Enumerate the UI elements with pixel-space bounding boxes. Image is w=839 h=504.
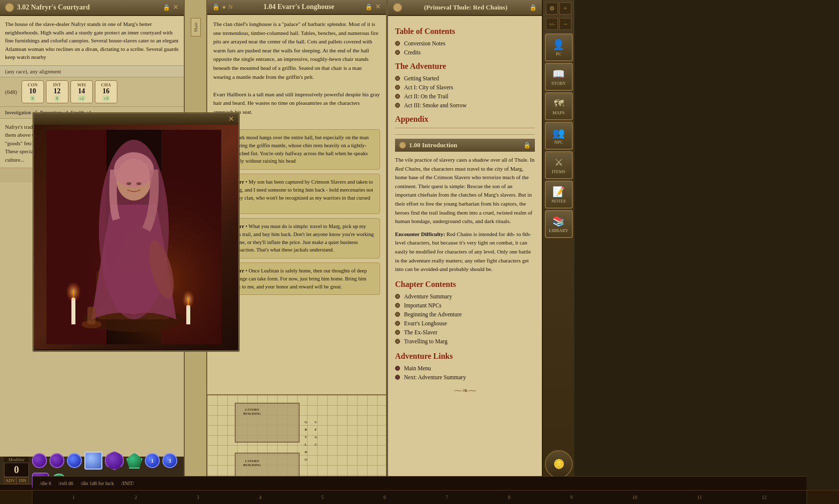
map-label-b: B xyxy=(305,428,307,432)
toc-item-act2[interactable]: Act II: On the Trail xyxy=(395,92,535,101)
toc-item-act1[interactable]: Act I: City of Slavers xyxy=(395,83,535,92)
pc-icon: 👤 xyxy=(552,38,565,50)
lock-icon-2[interactable]: 🔒 xyxy=(365,3,373,11)
chapter-item-summary[interactable]: Adventure Summary xyxy=(395,292,535,301)
right-panel-lock[interactable]: 🔒 xyxy=(529,4,537,11)
die-purple-3[interactable] xyxy=(105,451,124,470)
die-num-3[interactable]: 3 xyxy=(162,453,177,468)
toc-label-act3: Act III: Smoke and Sorrow xyxy=(404,102,466,108)
ruler-5: 5 xyxy=(321,495,324,500)
intro-section: 1.00 Introduction 🔒 The vile practice of… xyxy=(395,134,535,274)
adventure-close-button[interactable]: ✕ xyxy=(375,3,381,10)
ruler-7: 7 xyxy=(445,495,448,500)
intro-lock[interactable]: 🔒 xyxy=(523,142,531,149)
nav-icon[interactable]: N xyxy=(228,3,233,11)
cmd-die6[interactable]: /die 6 xyxy=(40,481,51,486)
svg-point-9 xyxy=(114,152,154,187)
settings-icon[interactable]: ● xyxy=(222,3,226,11)
chapter-dot-beginning xyxy=(395,312,400,317)
toc-item-conversion[interactable]: Conversion Notes xyxy=(395,39,535,48)
right-scroll-area[interactable]: Table of Contents Conversion Notes Credi… xyxy=(388,16,542,504)
chapter-item-evarr[interactable]: Evarr's Longhouse xyxy=(395,319,535,328)
toolbar-small-btn-3[interactable]: +/- xyxy=(546,18,558,30)
ruler-10: 10 xyxy=(632,495,637,500)
tab-main[interactable]: Main xyxy=(191,18,201,36)
story-label: STORY xyxy=(551,81,566,86)
token-icon: 🪙 xyxy=(553,459,564,470)
con-label: CON xyxy=(27,82,37,87)
bottom-ruler: 1 2 3 4 5 6 7 8 9 10 11 12 xyxy=(0,490,839,504)
panel-icon xyxy=(5,3,14,12)
lock-icon[interactable]: 🔒 xyxy=(212,3,220,11)
toc-label-credits: Credits xyxy=(404,49,420,55)
image-close-button[interactable]: ✕ xyxy=(228,116,234,123)
toc-dot-act1 xyxy=(395,85,400,90)
toc-dot-getting-started xyxy=(395,76,400,81)
description-text: The house of the slave-dealer Nafryr sta… xyxy=(5,21,179,60)
left-panel-title-text: 3.02 Nafryr's Courtyard xyxy=(17,3,90,11)
maps-icon: 🗺 xyxy=(554,98,564,109)
chapter-item-beginning[interactable]: Beginning the Adventure xyxy=(395,310,535,319)
cmd-init[interactable]: /INIT/ xyxy=(121,481,134,486)
chapter-item-travelling[interactable]: Travelling to Marg xyxy=(395,337,535,346)
toolbar-pc-button[interactable]: 👤 PC xyxy=(545,33,573,61)
story-icon: 📖 xyxy=(552,68,565,80)
command-bar: /die 6 /roll d6 /die 1d6 for luck /INIT/ xyxy=(32,476,807,490)
die-blue-2[interactable] xyxy=(84,452,102,470)
map-label-g3: G xyxy=(305,458,307,462)
toolbar-small-btn-2[interactable]: + xyxy=(559,2,571,14)
link-item-next[interactable]: Next: Adventure Summary xyxy=(395,373,535,382)
items-label: ITEMS xyxy=(552,169,565,174)
left-panel-header: 3.02 Nafryr's Courtyard 🔒 ✕ xyxy=(0,0,184,16)
toc-title: Table of Contents xyxy=(395,27,535,36)
svg-rect-12 xyxy=(71,299,75,324)
main-container: 3.02 Nafryr's Courtyard 🔒 ✕ The house of… xyxy=(0,0,839,504)
die-purple-1[interactable] xyxy=(32,453,47,468)
toolbar-library-button[interactable]: 📚 LIBRARY xyxy=(545,210,573,238)
con-value: 10 xyxy=(29,87,36,95)
library-label: LIBRARY xyxy=(549,228,568,233)
cmd-rolld6[interactable]: /roll d6 xyxy=(59,481,73,486)
close-button[interactable]: ✕ xyxy=(173,4,179,11)
map-label-g2: G xyxy=(315,435,317,439)
right-panel-header: (Primeval Thule: Red Chains) 🔒 xyxy=(388,0,542,16)
toolbar-small-btn-1[interactable]: ⚙ xyxy=(546,2,558,14)
library-icon: 📚 xyxy=(552,215,565,227)
ruler-1: 1 xyxy=(72,495,75,500)
toc-item-act3[interactable]: Act III: Smoke and Sorrow xyxy=(395,101,535,110)
toolbar-npc-button[interactable]: 👥 NPC xyxy=(545,122,573,150)
die-green-1[interactable] xyxy=(126,453,142,469)
toolbar-notes-button[interactable]: 📝 NOTES xyxy=(545,181,573,209)
int-mod: S xyxy=(54,95,60,101)
cha-value: 16 xyxy=(102,87,109,95)
toolbar-items-button[interactable]: ⚔ ITEMS xyxy=(545,151,573,179)
toolbar-small-btn-4[interactable]: → xyxy=(559,18,571,30)
toc-item-credits[interactable]: Credits xyxy=(395,48,535,57)
dis-button[interactable]: DIS xyxy=(16,477,29,484)
modifier-label: Modifier xyxy=(4,457,29,463)
wis-value: 14 xyxy=(78,87,85,95)
ruler-3: 3 xyxy=(197,495,199,500)
ruler-11: 11 xyxy=(697,495,702,500)
cmd-die1d6[interactable]: /die 1d6 for luck xyxy=(81,481,114,486)
map-label-f: F xyxy=(315,428,317,432)
right-controls: 🔒 ✕ xyxy=(365,3,381,11)
toolbar-top-controls: ⚙ + xyxy=(546,2,571,14)
toolbar-token-button[interactable]: 🪙 xyxy=(545,450,573,478)
chapter-label-travelling: Travelling to Marg xyxy=(404,338,447,344)
ruler-right-area xyxy=(807,491,839,504)
chapter-dot-evarr xyxy=(395,321,400,326)
chapter-item-exslaver[interactable]: The Ex-Slaver xyxy=(395,328,535,337)
die-blue-1[interactable] xyxy=(67,453,82,468)
toc-item-getting-started[interactable]: Getting Started xyxy=(395,74,535,83)
link-item-main[interactable]: Main Menu xyxy=(395,364,535,373)
toolbar-maps-button[interactable]: 🗺 MAPS xyxy=(545,92,573,120)
map-label-l: L xyxy=(305,443,307,447)
die-purple-2[interactable] xyxy=(49,453,64,468)
toolbar-story-button[interactable]: 📖 STORY xyxy=(545,63,573,91)
adv-button[interactable]: ADV xyxy=(4,477,16,484)
left-controls: 🔒 ● N xyxy=(212,3,233,11)
die-num-1[interactable]: 1 xyxy=(145,453,160,468)
lock-icon[interactable]: 🔒 xyxy=(163,4,170,11)
chapter-item-npcs[interactable]: Important NPCs xyxy=(395,301,535,310)
